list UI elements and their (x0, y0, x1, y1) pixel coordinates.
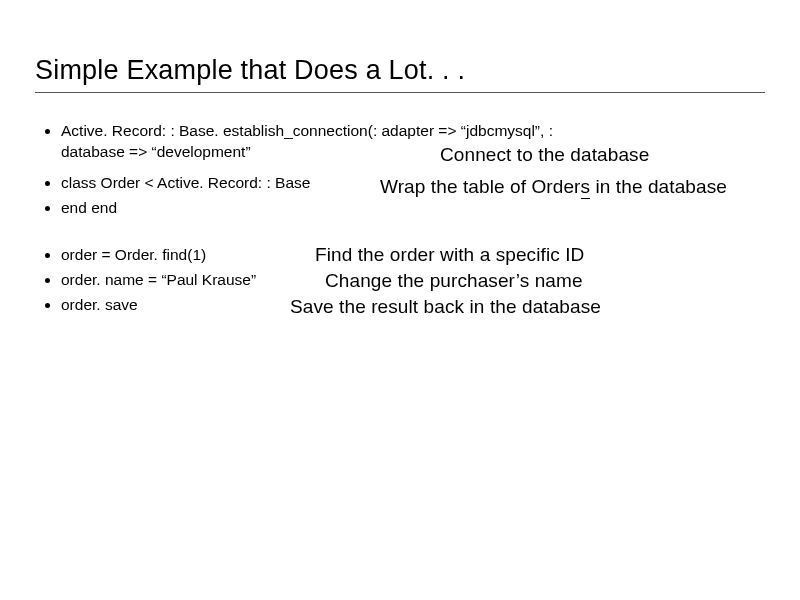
bullet-list-top: Active. Record: : Base. establish_connec… (35, 121, 765, 219)
annotation-connect: Connect to the database (440, 144, 649, 166)
annotation-wrap: Wrap the table of Orders in the database (380, 176, 727, 198)
annotation-wrap-suffix: in the database (590, 176, 727, 197)
title-divider (35, 92, 765, 93)
annotation-wrap-underlined: s (581, 176, 591, 199)
annotation-find: Find the order with a specific ID (315, 244, 584, 266)
annotation-wrap-prefix: Wrap the table of Order (380, 176, 581, 197)
slide-content: Active. Record: : Base. establish_connec… (35, 121, 765, 315)
annotation-save: Save the result back in the database (290, 296, 601, 318)
slide-title: Simple Example that Does a Lot. . . (35, 55, 765, 86)
bullet-end-end: end end (61, 198, 601, 219)
annotation-change: Change the purchaser’s name (325, 270, 583, 292)
